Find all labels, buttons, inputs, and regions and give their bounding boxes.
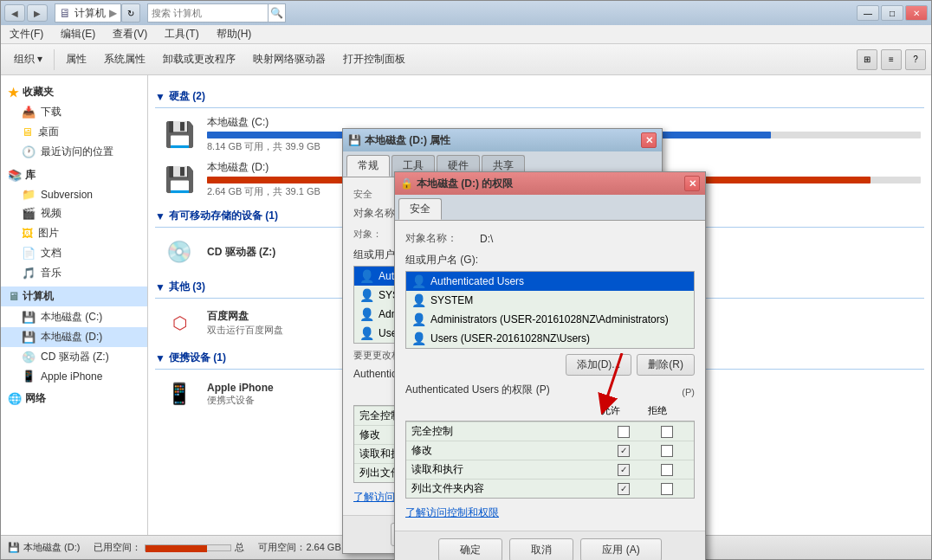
- iphone-label: Apple iPhone: [41, 370, 102, 383]
- documents-icon: 📄: [22, 247, 36, 260]
- left-panel: ★ 收藏夹 📥 下载 🖥 桌面 🕐 最近访问的位置: [1, 75, 148, 535]
- tab-general[interactable]: 常规: [346, 155, 390, 177]
- computer-label: 计算机: [23, 289, 54, 304]
- permissions-object-value: D:\: [480, 233, 493, 245]
- menu-help[interactable]: 帮助(H): [213, 25, 256, 43]
- perm2-col-headers: 允许 拒绝: [405, 404, 695, 417]
- network-label: 网络: [25, 391, 46, 406]
- recent-icon: 🕐: [22, 145, 36, 158]
- hard-disks-label: 硬盘 (2): [169, 89, 205, 104]
- perm2-allow-modify[interactable]: ✓: [602, 445, 645, 457]
- checkbox2-deny-modify[interactable]: [661, 445, 673, 457]
- permissions-apply-button[interactable]: 应用 (A): [580, 538, 661, 560]
- hard-disks-header[interactable]: ▼ 硬盘 (2): [155, 89, 924, 104]
- menu-view[interactable]: 查看(V): [109, 25, 151, 43]
- sidebar-item-iphone[interactable]: 📱 Apple iPhone: [1, 367, 147, 385]
- nav-buttons: ◀ ▶: [4, 4, 48, 22]
- perm-user-system[interactable]: 👤 SYSTEM: [406, 291, 694, 310]
- perm-user-admin[interactable]: 👤 Administrators (USER-20161028NZ\Admini…: [406, 310, 694, 329]
- computer-icon: 🖥: [8, 290, 19, 303]
- forward-button[interactable]: ▶: [27, 4, 48, 22]
- sidebar-item-c[interactable]: 💾 本地磁盘 (C:): [1, 307, 147, 327]
- toolbar-map-drive[interactable]: 映射网络驱动器: [245, 48, 333, 72]
- perm2-allow-readexec[interactable]: ✓: [602, 464, 645, 476]
- iphone-icon: 📱: [22, 370, 36, 383]
- menu-edit[interactable]: 编辑(E): [57, 25, 99, 43]
- perm2-deny-readexec[interactable]: [645, 464, 689, 476]
- c-label: 本地磁盘 (C:): [41, 310, 102, 325]
- perm2-allow-full[interactable]: [602, 426, 645, 438]
- properties-title-text: 本地磁盘 (D:) 属性: [365, 133, 450, 148]
- sidebar-item-desktop[interactable]: 🖥 桌面: [1, 122, 147, 142]
- perm2-name-full: 完全控制: [411, 424, 602, 439]
- status-bar-bg: [145, 544, 231, 551]
- toolbar-system-props[interactable]: 系统属性: [96, 48, 153, 72]
- computer-header[interactable]: 🖥 计算机: [1, 286, 147, 306]
- permissions-link[interactable]: 了解访问控制和权限: [405, 505, 499, 520]
- toolbar-uninstall[interactable]: 卸载或更改程序: [155, 48, 243, 72]
- back-button[interactable]: ◀: [4, 4, 25, 22]
- checkbox2-allow-full[interactable]: [618, 426, 630, 438]
- remove-button[interactable]: 删除(R): [637, 354, 695, 376]
- library-header[interactable]: 📚 库: [1, 165, 147, 185]
- permissions-users-list: 👤 Authenticated Users 👤 SYSTEM 👤 Adminis…: [405, 271, 695, 349]
- add-button[interactable]: 添加(D)...: [566, 354, 632, 376]
- permissions-ok-button[interactable]: 确定: [438, 538, 502, 560]
- perm2-allow-list[interactable]: ✓: [602, 483, 645, 495]
- cd-drive-icon: 💿: [159, 235, 200, 269]
- sidebar-item-d[interactable]: 💾 本地磁盘 (D:): [1, 327, 147, 347]
- perm-user-auth[interactable]: 👤 Authenticated Users: [406, 272, 694, 291]
- sidebar-item-music[interactable]: 🎵 音乐: [1, 263, 147, 283]
- permissions-cancel-button[interactable]: 取消: [509, 538, 573, 560]
- drive-d-icon: 💾: [22, 331, 36, 344]
- perm2-row-list: 列出文件夹内容 ✓: [406, 479, 694, 498]
- sidebar-network: 🌐 网络: [1, 389, 147, 409]
- sidebar-item-recent[interactable]: 🕐 最近访问的位置: [1, 142, 147, 162]
- tab-security[interactable]: 安全: [398, 198, 442, 220]
- menu-tools[interactable]: 工具(T): [161, 25, 202, 43]
- sidebar-item-downloads[interactable]: 📥 下载: [1, 102, 147, 122]
- properties-close-button[interactable]: ✕: [641, 132, 657, 148]
- toolbar-right: ⊞ ≡ ?: [857, 49, 926, 70]
- minimize-button[interactable]: —: [857, 5, 879, 21]
- menu-bar: 文件(F) 编辑(E) 查看(V) 工具(T) 帮助(H): [1, 25, 931, 44]
- sidebar-item-subversion[interactable]: 📁 Subversion: [1, 185, 147, 203]
- subversion-icon: 📁: [22, 188, 36, 201]
- checkbox2-deny-readexec[interactable]: [661, 464, 673, 476]
- checkbox2-deny-list[interactable]: [661, 483, 673, 495]
- perm-name-system: SYSTEM: [430, 294, 473, 306]
- sidebar-item-video[interactable]: 🎬 视频: [1, 203, 147, 223]
- maximize-button[interactable]: □: [881, 5, 903, 21]
- close-button[interactable]: ✕: [905, 5, 928, 21]
- user-avatar-system: 👤: [359, 288, 373, 302]
- toolbar-organize[interactable]: 组织 ▾: [6, 48, 50, 72]
- view-btn-grid[interactable]: ⊞: [857, 49, 877, 70]
- permissions-close-button[interactable]: ✕: [684, 176, 700, 191]
- sidebar-item-pictures[interactable]: 🖼 图片: [1, 223, 147, 243]
- perm2-deny-list[interactable]: [645, 483, 689, 495]
- drive-c-icon: 💾: [22, 311, 36, 324]
- favorites-header[interactable]: ★ 收藏夹: [1, 82, 147, 102]
- help-btn[interactable]: ?: [905, 49, 926, 70]
- checkbox2-allow-readexec[interactable]: ✓: [618, 464, 630, 476]
- sidebar-item-documents[interactable]: 📄 文档: [1, 243, 147, 263]
- perm2-deny-modify[interactable]: [645, 445, 689, 457]
- view-btn-list[interactable]: ≡: [881, 49, 902, 70]
- checkbox2-allow-modify[interactable]: ✓: [618, 445, 630, 457]
- removable-expand: ▼: [155, 210, 165, 222]
- toolbar-properties[interactable]: 属性: [58, 48, 94, 72]
- perm-user-users[interactable]: 👤 Users (USER-20161028NZ\Users): [406, 329, 694, 348]
- network-header[interactable]: 🌐 网络: [1, 389, 147, 409]
- search-input[interactable]: [148, 8, 268, 18]
- checkbox2-allow-list[interactable]: ✓: [618, 483, 630, 495]
- sidebar-item-cd[interactable]: 💿 CD 驱动器 (Z:): [1, 347, 147, 367]
- baidu-icon: ⬡: [159, 306, 200, 340]
- perm2-deny-full[interactable]: [645, 426, 689, 438]
- address-box[interactable]: 🖥 计算机 ▶: [55, 3, 121, 23]
- refresh-button[interactable]: ↻: [121, 3, 140, 23]
- checkbox2-deny-full[interactable]: [661, 426, 673, 438]
- permissions-footer: 确定 取消 应用 (A): [395, 531, 705, 560]
- menu-file[interactable]: 文件(F): [6, 25, 47, 43]
- toolbar-control-panel[interactable]: 打开控制面板: [335, 48, 413, 72]
- music-label: 音乐: [41, 266, 61, 280]
